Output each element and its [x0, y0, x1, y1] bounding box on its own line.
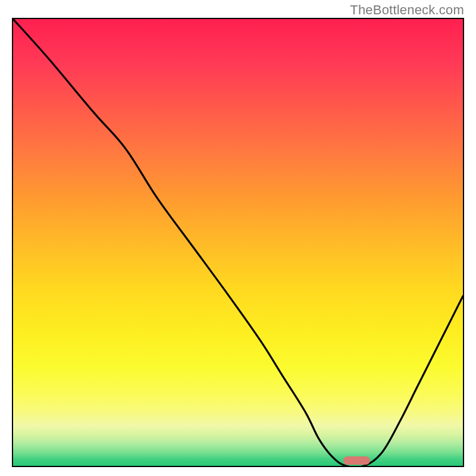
chart-plot-area [12, 18, 464, 467]
bottleneck-curve-path [13, 19, 463, 466]
watermark-text: TheBottleneck.com [350, 2, 464, 18]
chart-curve-svg [13, 19, 463, 466]
optimal-marker [343, 456, 371, 465]
